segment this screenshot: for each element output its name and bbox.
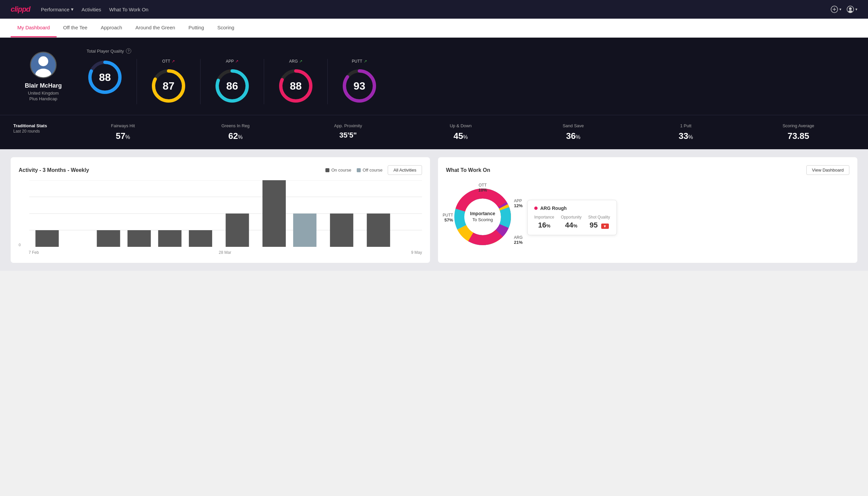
ring-ott: 87 <box>150 68 187 104</box>
activity-chart: 1 2 3 4 <box>29 180 422 247</box>
tab-scoring[interactable]: Scoring <box>211 19 241 37</box>
hero-section: Blair McHarg United Kingdom Plus Handica… <box>0 37 868 115</box>
svg-text:Importance: Importance <box>470 211 495 216</box>
stats-list: Fairways Hit 57% Greens In Reg 62% App. … <box>67 123 855 141</box>
tab-my-dashboard[interactable]: My Dashboard <box>11 19 57 37</box>
nav-performance[interactable]: Performance ▾ <box>41 6 74 12</box>
ring-arg: 88 <box>278 68 314 104</box>
bar-2 <box>97 230 120 247</box>
nav-right: ▾ ▾ <box>831 6 857 13</box>
ring-app: 86 <box>214 68 251 104</box>
bar-4 <box>158 230 182 247</box>
stat-scoring-avg: Scoring Average 73.85 <box>742 123 855 141</box>
putt-trend-icon: ↗ <box>364 59 367 64</box>
legend-on-course: On course <box>326 168 351 173</box>
bar-5 <box>189 230 212 247</box>
traditional-stats-sublabel: Last 20 rounds <box>13 129 67 134</box>
chevron-down-icon: ▾ <box>71 6 74 12</box>
scores-area: Total Player Quality ? 88 <box>86 48 855 104</box>
work-card-header: What To Work On View Dashboard <box>446 165 849 175</box>
bottom-section: Activity - 3 Months - Weekly On course O… <box>0 149 868 271</box>
stat-up-down: Up & Down 45% <box>404 123 517 141</box>
arg-label: ARG ↗ <box>289 59 302 64</box>
player-info: Blair McHarg United Kingdom Plus Handica… <box>13 52 73 101</box>
stat-1-putt: 1 Putt 33% <box>630 123 742 141</box>
all-activities-button[interactable]: All Activities <box>388 165 422 175</box>
player-handicap: Plus Handicap <box>29 96 57 101</box>
score-arg-value: 88 <box>290 80 302 92</box>
player-name: Blair McHarg <box>25 82 62 89</box>
tab-approach[interactable]: Approach <box>94 19 129 37</box>
app-donut-label: APP 12% <box>514 199 523 208</box>
activity-card-header: Activity - 3 Months - Weekly On course O… <box>19 165 422 175</box>
legend-off-course: Off course <box>357 168 383 173</box>
arg-trend-icon: ↗ <box>299 59 302 64</box>
bar-10 <box>367 214 390 247</box>
score-ott-value: 87 <box>162 80 175 92</box>
score-putt-value: 93 <box>353 80 365 92</box>
tab-around-the-green[interactable]: Around the Green <box>129 19 182 37</box>
ring-total: 88 <box>86 59 123 96</box>
svg-text:To Scoring: To Scoring <box>472 217 493 222</box>
score-arg: ARG ↗ 88 <box>264 59 328 104</box>
shot-quality-stat: Shot Quality 95 ▼ <box>588 215 610 230</box>
bar-1 <box>35 230 59 247</box>
stat-app-proximity: App. Proximity 35'5" <box>292 123 404 141</box>
ring-putt: 93 <box>341 68 378 104</box>
stat-greens-in-reg: Greens In Reg 62% <box>179 123 292 141</box>
putt-donut-label: PUTT 57% <box>443 213 453 222</box>
work-card: What To Work On View Dashboard <box>438 157 857 263</box>
score-ott: OTT ↗ 87 <box>137 59 201 104</box>
importance-stat: Importance 16% <box>534 215 554 230</box>
info-stats: Importance 16% Opportunity 44% Shot Qual… <box>534 215 610 230</box>
bar-7 <box>263 180 286 247</box>
score-putt: PUTT ↗ 93 <box>328 59 391 104</box>
tab-off-the-tee[interactable]: Off the Tee <box>57 19 94 37</box>
traditional-stats-label: Traditional Stats <box>13 123 67 128</box>
help-icon[interactable]: ? <box>126 48 131 53</box>
stat-sand-save: Sand Save 36% <box>517 123 630 141</box>
chart-x-labels: 7 Feb 28 Mar 9 May <box>19 248 422 255</box>
info-card: ARG Rough Importance 16% Opportunity 44%… <box>527 200 617 235</box>
tpq-label: Total Player Quality ? <box>86 48 855 53</box>
score-total: 88 <box>86 59 137 104</box>
shot-quality-badge: ▼ <box>601 223 609 229</box>
app-label: APP ↗ <box>226 59 238 64</box>
score-total-value: 88 <box>99 71 111 83</box>
chevron-down-icon: ▾ <box>855 7 857 12</box>
bar-9 <box>330 214 353 247</box>
off-course-dot <box>357 168 361 172</box>
stat-fairways-hit: Fairways Hit 57% <box>67 123 179 141</box>
stats-bar: Traditional Stats Last 20 rounds Fairway… <box>0 115 868 149</box>
logo: clippd <box>11 5 30 14</box>
work-content: Importance To Scoring OTT 10% APP 12% AR… <box>446 180 849 255</box>
user-menu-button[interactable]: ▾ <box>847 6 857 13</box>
view-dashboard-button[interactable]: View Dashboard <box>806 165 849 175</box>
info-card-title: ARG Rough <box>534 205 610 211</box>
score-app-value: 86 <box>226 80 238 92</box>
activity-title: Activity - 3 Months - Weekly <box>19 167 89 173</box>
svg-point-5 <box>848 10 852 13</box>
opportunity-stat: Opportunity 44% <box>561 215 582 230</box>
nav-items: Performance ▾ Activities What To Work On <box>41 6 820 12</box>
add-button[interactable]: ▾ <box>831 6 841 13</box>
nav-what-to-work-on[interactable]: What To Work On <box>109 7 148 12</box>
score-app: APP ↗ 86 <box>201 59 264 104</box>
ott-trend-icon: ↗ <box>172 59 175 64</box>
activity-card: Activity - 3 Months - Weekly On course O… <box>11 157 430 263</box>
svg-point-4 <box>849 7 852 10</box>
bar-6 <box>226 214 249 247</box>
top-nav: clippd Performance ▾ Activities What To … <box>0 0 868 19</box>
work-title: What To Work On <box>446 167 490 173</box>
chevron-down-icon: ▾ <box>839 7 841 12</box>
ott-donut-label: OTT 10% <box>478 183 487 192</box>
bar-3 <box>128 230 151 247</box>
nav-activities[interactable]: Activities <box>82 7 101 12</box>
ott-label: OTT ↗ <box>162 59 175 64</box>
putt-label: PUTT ↗ <box>352 59 367 64</box>
tab-putting[interactable]: Putting <box>182 19 211 37</box>
bar-8 <box>293 214 316 247</box>
stat-group-label: Traditional Stats Last 20 rounds <box>13 123 67 134</box>
on-course-dot <box>326 168 329 172</box>
tabs-bar: My Dashboard Off the Tee Approach Around… <box>0 19 868 37</box>
